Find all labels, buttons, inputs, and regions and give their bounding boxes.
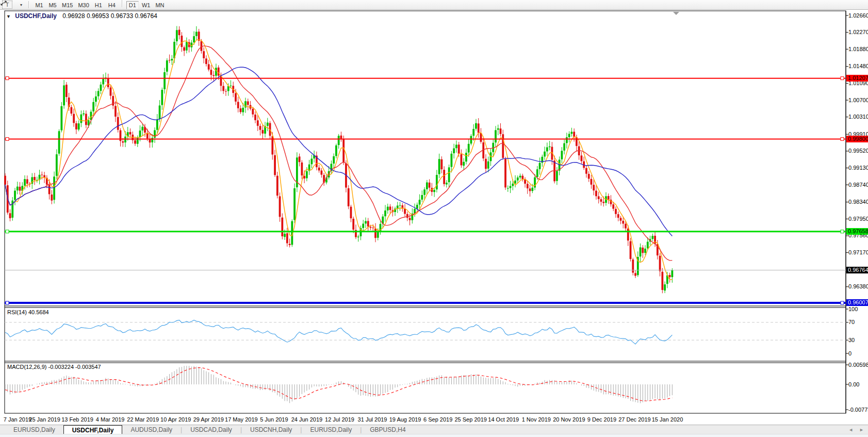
candles-layer [4,26,673,294]
date-axis-label: 17 May 2019 [225,416,258,423]
pane-frame [5,11,846,413]
macd-axis-label: 0.00 [848,381,859,387]
collapse-triangle-icon: ▼ [6,14,11,19]
resistance-line-upper-handle[interactable] [841,77,844,80]
resistance-line-upper-handle[interactable] [6,77,9,80]
chart-symbol-label: USDCHF,Daily [15,12,57,20]
ma-slow-line [5,67,672,236]
date-axis-label: 4 Mar 2019 [96,416,125,423]
date-axis-label: 20 Nov 2019 [553,416,585,423]
date-axis-label: 25 Jan 2019 [29,416,60,423]
price-axis-label: 1.00310 [848,114,868,120]
date-axis-label: 1 Nov 2019 [522,416,551,423]
tab-usdcad-daily[interactable]: USDCAD,Daily [182,425,240,434]
tab-gbpusd-h4[interactable]: GBPUSD,H4 [362,425,414,434]
current-price-badge: 0.96764 [846,267,868,273]
price-axis-label: 1.02270 [848,29,868,35]
tab-eurusd-daily-2[interactable]: EURUSD,Daily [302,425,360,434]
tab-scroll-left-icon[interactable]: ◄ [848,427,853,432]
tab-scroll-arrows: ◄ ► [848,425,864,434]
macd-axis-label: 0.005986 [848,362,868,368]
support-line-blue-handle[interactable] [841,301,844,304]
rsi-line [5,320,672,344]
chart-tab-bar: EURUSD,DailyUSDCHF,DailyAUDUSD,Daily|USD… [0,425,868,434]
date-axis-label: 13 Feb 2019 [61,416,93,423]
date-axis-label: 12 Jul 2019 [325,416,354,423]
tab-scroll-right-icon[interactable]: ► [859,427,864,432]
chart-shift-marker-icon[interactable] [673,12,679,15]
rsi-label: RSI(14) 40.5684 [7,309,49,315]
macd-axis-label: -0.007737 [848,407,868,413]
hline-price-badge[interactable]: 0.97658 [846,228,868,235]
price-axis-label: 0.98340 [848,199,868,205]
date-axis-label: 22 Mar 2019 [127,416,159,423]
price-axis-label: 1.01880 [848,46,868,52]
tab-eurusd-daily[interactable]: EURUSD,Daily [5,425,63,434]
tab-usdchf-daily[interactable]: USDCHF,Daily [63,425,123,434]
date-axis-label: 25 Sep 2019 [454,416,486,423]
rsi-axis-label: 70 [848,319,855,325]
date-axis-label: 24 Jun 2019 [291,416,323,423]
price-axis-label: 0.97170 [848,249,868,255]
price-axis-label: 1.02660 [848,12,868,19]
resistance-line-lower-handle[interactable] [841,137,844,140]
mt4-window: T ▾ M1M5M15M30H1H4D1W1MN ▼ USDCHF,Daily … [0,0,868,437]
rsi-axis-label: 30 [848,337,855,343]
macd-label: MACD(12,26,9) -0.003224 -0.003547 [7,364,101,370]
resistance-line-lower-handle[interactable] [6,137,9,140]
date-axis-label: 27 Dec 2019 [618,416,650,423]
hline-price-badge[interactable]: 0.96007 [846,299,868,306]
hline-price-badge[interactable]: 1.01207 [846,75,868,82]
chart-canvas [0,0,868,437]
date-axis-label: 6 Sep 2019 [423,416,452,423]
tab-usdcnh-daily[interactable]: USDCNH,Daily [242,425,300,434]
date-axis-label: 9 Dec 2019 [587,416,616,423]
support-line-green-handle[interactable] [6,230,9,233]
chart-title: ▼ USDCHF,Daily 0.96928 0.96953 0.96733 0… [6,12,157,20]
date-axis-label: 29 Apr 2019 [193,416,224,423]
price-axis-label: 0.99130 [848,165,868,171]
date-axis-label: 14 Oct 2019 [488,416,519,423]
date-axis-label: 15 Jan 2020 [652,416,683,423]
tab-audusd-daily[interactable]: AUDUSD,Daily [122,425,181,434]
price-axis-label: 0.98740 [848,182,868,188]
date-axis-label: 5 Jun 2019 [260,416,288,423]
price-axis-label: 0.99520 [848,148,868,154]
date-axis-label: 31 Jul 2019 [358,416,387,423]
ma-fast-line [5,40,672,280]
hline-price-badge[interactable]: 0.99800 [846,136,868,142]
tab-strip: EURUSD,DailyUSDCHF,DailyAUDUSD,Daily|USD… [5,425,414,434]
date-axis-label: 10 Apr 2019 [160,416,191,423]
date-axis-label: 19 Aug 2019 [389,416,421,423]
rsi-axis-label: 0 [848,350,851,357]
price-axis-label: 1.01480 [848,63,868,69]
status-strip [0,434,868,437]
support-line-green-handle[interactable] [841,230,844,233]
support-line-blue-handle[interactable] [6,301,9,304]
price-axis-label: 0.96380 [848,283,868,289]
price-axis-label: 1.00700 [848,97,868,103]
chart-ohlc-values: 0.96928 0.96953 0.96733 0.96764 [62,12,157,20]
date-axis-label: 7 Jan 2019 [4,416,31,423]
rsi-axis-label: 100 [848,306,858,312]
price-axis-label: 0.97950 [848,216,868,222]
